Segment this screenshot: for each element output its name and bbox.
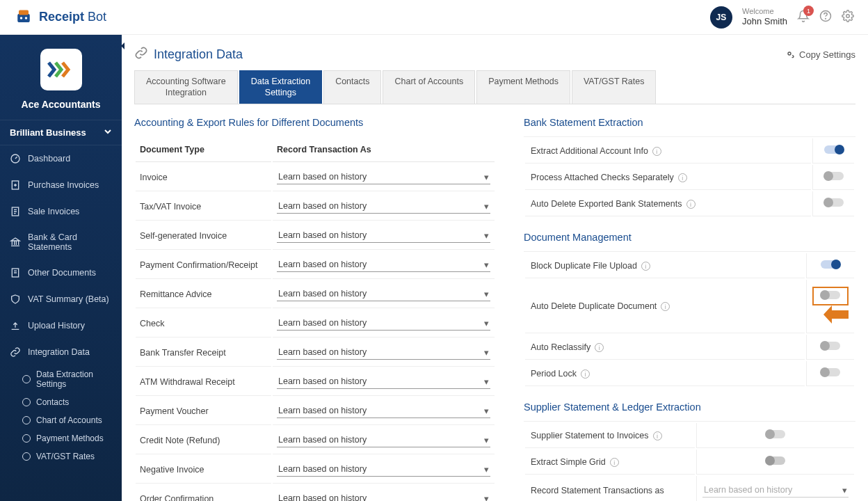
subnav-payment-methods[interactable]: Payment Methods [13,429,122,447]
table-row: Self-generated Invoice Learn based on hi… [136,222,495,250]
nav-label: Bank & Card Statements [28,232,112,252]
tab-vat-gst-rates[interactable]: VAT/GST Rates [572,70,657,104]
client-selector[interactable]: Brilliant Business [0,120,122,145]
copy-settings-button[interactable]: Copy Settings [784,48,855,61]
toggle[interactable] [824,198,844,207]
tab-data-extraction-settings[interactable]: Data ExtractionSettings [239,70,322,104]
caret-down-icon: ▾ [484,376,489,387]
caret-down-icon: ▾ [484,289,489,299]
tab-payment-methods[interactable]: Payment Methods [476,70,570,104]
nav-dashboard[interactable]: Dashboard [0,145,122,172]
nav-other-documents[interactable]: Other Documents [0,260,122,286]
notifications-icon[interactable]: 1 [797,10,810,24]
info-icon[interactable]: i [610,458,619,467]
bullet-icon [22,375,31,383]
setting-row: Process Attached Checks Separatelyi [525,165,854,190]
toggle[interactable] [766,456,785,465]
nav-sale-invoices[interactable]: Sale Invoices [0,198,122,225]
caret-down-icon: ▾ [484,172,489,182]
doc-type-label: Negative Invoice [136,456,271,484]
gear-icon[interactable] [842,10,854,24]
welcome-label: Welcome [742,7,787,16]
tab-chart-of-accounts[interactable]: Chart of Accounts [383,70,475,104]
record-transaction-select[interactable]: Learn based on history ▾ [277,345,490,360]
info-icon[interactable]: i [595,343,604,352]
welcome-block: Welcome John Smith [742,7,787,27]
collapse-sidebar-icon[interactable] [118,40,129,51]
help-icon[interactable] [819,10,832,24]
info-icon[interactable]: i [686,200,696,209]
doc-type-label: Self-generated Invoice [136,222,271,250]
robot-icon [14,8,33,27]
table-row: Payment Voucher Learn based on history ▾ [136,397,495,425]
doc-type-label: Tax/VAT Invoice [136,193,271,221]
record-transaction-select[interactable]: Learn based on history ▾ [277,316,490,331]
subnav-chart-of-accounts[interactable]: Chart of Accounts [13,411,122,429]
subnav-label: Data Extraction Settings [36,369,112,389]
info-icon[interactable]: i [652,147,661,156]
setting-row: Record Statement Transactions as Learn b… [525,476,854,501]
info-icon[interactable]: i [661,302,670,311]
toggle[interactable] [821,260,840,269]
sidebar: Ace Accountants Brilliant Business Dashb… [0,35,122,501]
section-heading-bank: Bank Statement Extraction [524,117,855,128]
record-transaction-select[interactable]: Learn based on history ▾ [277,404,490,418]
subnav-data-extraction-settings[interactable]: Data Extraction Settings [13,365,122,393]
nav-purchase-invoices[interactable]: Purchase Invoices [0,172,122,198]
record-transaction-select[interactable]: Learn based on history ▾ [277,228,490,243]
subnav-vat-gst-rates[interactable]: VAT/GST Rates [13,447,122,466]
setting-row: Auto Delete Duplicate Documenti [525,280,854,333]
record-transaction-select[interactable]: Learn based on history ▾ [277,199,490,214]
nav-integration-data[interactable]: Integration Data [0,339,122,365]
tabs: Accounting SoftwareIntegration Data Extr… [134,70,855,104]
avatar[interactable]: JS [710,6,732,29]
toggle[interactable] [824,145,844,154]
section-heading-supplier: Supplier Statement & Ledger Extraction [524,401,855,413]
doc-type-label: Bank Transfer Receipt [136,339,271,367]
section-heading-accounting-rules: Accounting & Export Rules for Different … [134,117,496,128]
record-transaction-select[interactable]: Learn based on history ▾ [277,433,490,447]
subnav-contacts[interactable]: Contacts [13,393,122,411]
record-transaction-select[interactable]: Learn based on history ▾ [277,374,490,389]
doc-type-label: ATM Withdrawal Receipt [136,368,271,396]
brand-logo[interactable]: Receipt Bot [14,8,106,27]
info-icon[interactable]: i [641,262,650,271]
nav-bank-statements[interactable]: Bank & Card Statements [0,225,122,260]
caret-down-icon: ▾ [484,347,489,358]
nav-vat-summary[interactable]: VAT Summary (Beta) [0,286,122,312]
toggle[interactable] [821,291,840,299]
record-transaction-select[interactable]: Learn based on history ▾ [277,170,490,184]
info-icon[interactable]: i [581,369,590,379]
org-logo [40,49,82,90]
nav-upload-history[interactable]: Upload History [0,312,122,339]
setting-row: Supplier Statement to Invoicesi [525,423,854,448]
record-transaction-select[interactable]: Learn based on history ▾ [277,257,490,272]
toggle[interactable] [821,342,840,350]
nav-label: Dashboard [28,154,70,164]
subnav-label: Contacts [36,397,69,407]
info-icon[interactable]: i [678,173,687,182]
svg-rect-0 [17,13,30,22]
page-title-text: Integration Data [154,47,243,62]
setting-row: Block Duplicate File Uploadi [525,253,854,278]
doc-type-label: Check [136,310,271,337]
table-row: Invoice Learn based on history ▾ [136,164,495,191]
toggle[interactable] [821,368,840,376]
doc-type-label: Credit Note (Refund) [136,427,271,454]
record-transactions-select[interactable]: Learn based on history ▾ [702,483,849,498]
info-icon[interactable]: i [653,431,662,440]
col-document-type: Document Type [136,138,271,162]
record-transaction-select[interactable]: Learn based on history ▾ [277,287,490,301]
toggle[interactable] [824,172,844,180]
toggle[interactable] [766,430,785,438]
record-transaction-select[interactable]: Learn based on history ▾ [277,491,490,501]
link-icon [134,46,148,63]
setting-label: Extract Simple Gridi [525,450,695,475]
doc-type-label: Order Confirmation [136,485,271,501]
tab-accounting-software-integration[interactable]: Accounting SoftwareIntegration [134,70,238,104]
tab-contacts[interactable]: Contacts [323,70,381,104]
record-transaction-select[interactable]: Learn based on history ▾ [277,462,490,477]
setting-label: Supplier Statement to Invoicesi [525,423,695,448]
notification-badge: 1 [803,6,814,16]
page-title: Integration Data [134,46,243,63]
